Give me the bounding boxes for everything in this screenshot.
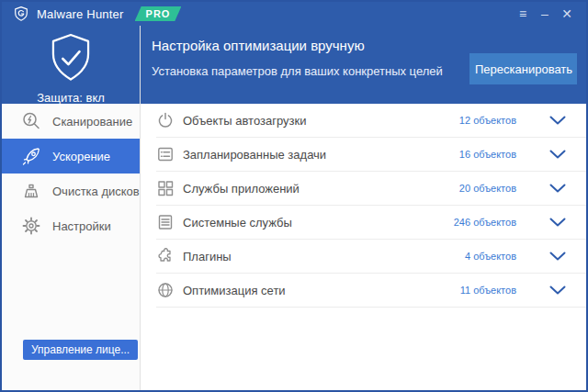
- sidebar-item-boost[interactable]: Ускорение: [2, 139, 140, 174]
- app-window: Malware Hunter PRO ≡ – ✕ Защита: вкл: [0, 0, 588, 392]
- close-icon[interactable]: ✕: [557, 5, 577, 23]
- list-item-label: Плагины: [183, 250, 457, 263]
- list-item-label: Системные службы: [183, 216, 446, 230]
- minimize-icon[interactable]: –: [535, 5, 555, 23]
- task-list-icon: [156, 145, 175, 163]
- broom-icon: [20, 180, 42, 202]
- list-item-label: Объекты автозагрузки: [183, 114, 451, 128]
- sidebar-menu: Сканирование Ускорение: [2, 104, 140, 243]
- menu-icon[interactable]: ≡: [513, 5, 533, 23]
- object-count: 12 объектов: [459, 115, 516, 126]
- sidebar: Защита: вкл Сканирование: [2, 26, 141, 390]
- list-item-label: Оптимизация сети: [183, 284, 452, 297]
- scan-lightning-icon: [20, 110, 42, 132]
- main-panel: Настройка оптимизации вручную Установка …: [141, 26, 586, 390]
- object-count: 4 объектов: [465, 251, 516, 262]
- app-logo-shield-icon: [13, 6, 29, 22]
- page-title: Настройка оптимизации вручную: [152, 38, 586, 53]
- main-header: Настройка оптимизации вручную Установка …: [141, 26, 586, 104]
- window-controls: ≡ – ✕: [513, 5, 577, 23]
- sidebar-item-label: Ускорение: [52, 150, 110, 163]
- power-icon: [156, 111, 175, 129]
- list-item-startup-objects[interactable]: Объекты автозагрузки 12 объектов: [156, 104, 586, 138]
- optimization-list: Объекты автозагрузки 12 объектов: [141, 104, 586, 308]
- rocket-icon: [20, 145, 42, 167]
- list-item-label: Службы приложений: [183, 182, 451, 196]
- protection-panel: Защита: вкл: [2, 26, 140, 104]
- list-item-scheduled-tasks[interactable]: Запланированные задачи 16 объектов: [156, 138, 586, 172]
- globe-icon: [156, 281, 175, 299]
- titlebar: Malware Hunter PRO ≡ – ✕: [2, 2, 586, 26]
- sidebar-item-label: Сканирование: [52, 115, 132, 129]
- app-grid-icon: [156, 179, 175, 197]
- puzzle-icon: [156, 247, 175, 265]
- chevron-down-icon[interactable]: [549, 218, 566, 228]
- list-item-application-services[interactable]: Службы приложений 20 объектов: [156, 172, 586, 206]
- pro-badge: PRO: [135, 6, 182, 21]
- object-count: 11 объектов: [460, 285, 516, 296]
- gear-icon: [20, 215, 42, 237]
- list-item-system-services[interactable]: Системные службы 246 объектов: [156, 206, 586, 240]
- sidebar-item-label: Очистка дисков: [52, 185, 140, 198]
- sidebar-item-disk-cleanup[interactable]: Очистка дисков: [2, 174, 140, 208]
- chevron-down-icon[interactable]: [549, 150, 566, 160]
- chevron-down-icon[interactable]: [549, 116, 566, 126]
- list-item-label: Запланированные задачи: [183, 148, 451, 162]
- protection-shield-check-icon: [47, 32, 95, 89]
- app-title: Malware Hunter: [37, 7, 124, 21]
- sidebar-item-label: Настройки: [52, 219, 111, 233]
- object-count: 16 объектов: [459, 149, 516, 160]
- document-lines-icon: [156, 213, 175, 231]
- list-item-plugins[interactable]: Плагины 4 объектов: [156, 240, 586, 274]
- chevron-down-icon[interactable]: [549, 252, 566, 262]
- sidebar-item-scan[interactable]: Сканирование: [2, 104, 140, 139]
- chevron-down-icon[interactable]: [549, 184, 566, 194]
- license-management-button[interactable]: Управление лице...: [23, 340, 138, 360]
- object-count: 246 объектов: [454, 217, 516, 228]
- object-count: 20 объектов: [459, 183, 516, 194]
- chevron-down-icon[interactable]: [549, 286, 566, 296]
- list-item-network-optimization[interactable]: Оптимизация сети 11 объектов: [156, 274, 586, 308]
- sidebar-item-settings[interactable]: Настройки: [2, 208, 140, 243]
- protection-status: Защита: вкл: [37, 91, 105, 105]
- rescan-button[interactable]: Пересканировать: [469, 53, 577, 84]
